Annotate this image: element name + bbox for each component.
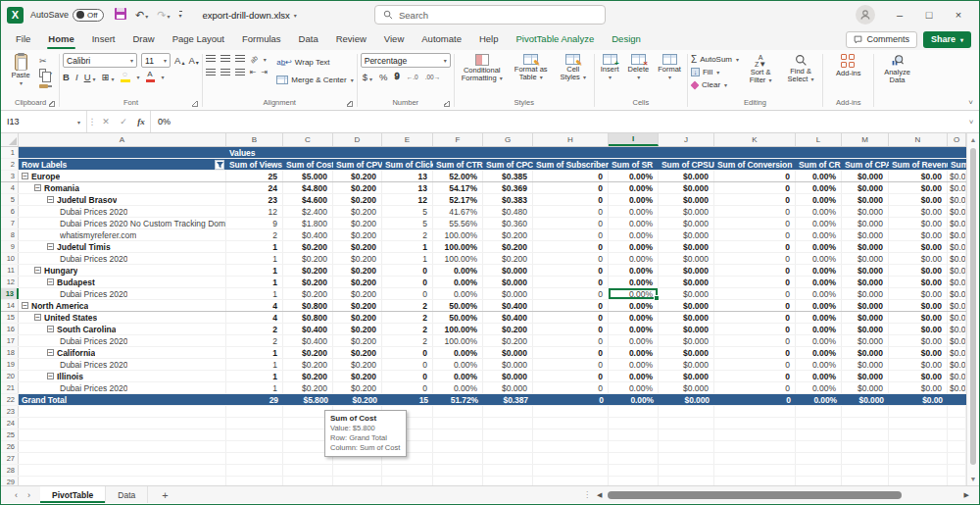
collapse-icon[interactable]: − <box>22 302 28 309</box>
grid-cell[interactable]: $0.000 <box>659 194 714 205</box>
pivot-row-label[interactable]: −Romania <box>19 182 226 193</box>
grid-cell[interactable]: $0.200 <box>333 218 382 228</box>
grid-cell[interactable]: $0.200 <box>333 171 382 181</box>
grid-cell[interactable]: 0 <box>533 288 609 299</box>
pivot-row-label[interactable]: Dubai Prices 2020 <box>19 288 226 299</box>
grid-cell[interactable]: 0.00% <box>433 371 483 381</box>
grid-cell[interactable]: $0.200 <box>333 347 382 358</box>
grid-cell[interactable]: 0 <box>714 182 796 193</box>
grid-cell[interactable]: $0.400 <box>283 335 333 346</box>
row-header-21[interactable]: 21 <box>1 382 19 393</box>
grid-cell[interactable]: 23 <box>226 194 283 205</box>
font-size-select[interactable]: 11▾ <box>141 53 171 68</box>
grid-cell[interactable]: 0.00% <box>796 394 842 405</box>
grid-cell[interactable]: 1 <box>226 359 283 370</box>
pivot-row-label[interactable]: Dubai Prices 2020 No Custom Tracking Dom… <box>19 218 226 228</box>
pivot-row-label[interactable]: −Judetul Timis <box>19 241 226 252</box>
grid-cell[interactable] <box>433 441 483 452</box>
grid-cell[interactable]: $0.200 <box>333 241 382 252</box>
row-header-26[interactable]: 26 <box>1 441 19 452</box>
grid-cell[interactable]: 5 <box>382 218 433 228</box>
grid-cell[interactable]: 0 <box>714 265 796 276</box>
grid-cell[interactable]: 50.00% <box>433 300 483 311</box>
grid-cell[interactable]: $0.0 <box>948 171 966 181</box>
grid-cell[interactable] <box>889 406 948 417</box>
collapse-icon[interactable]: − <box>34 184 41 191</box>
grid-cell[interactable]: $0.0 <box>948 324 966 334</box>
grid-cell[interactable]: $0.00 <box>889 265 948 276</box>
grid-cell[interactable]: $0.000 <box>842 382 889 393</box>
grid-cell[interactable]: 0 <box>714 241 796 252</box>
customize-qat-button[interactable]: ▾ <box>179 11 182 19</box>
horizontal-scrollbar[interactable]: ◀ ▶ <box>597 491 979 499</box>
grid-cell[interactable] <box>714 441 796 452</box>
align-right-icon[interactable] <box>235 69 245 76</box>
grid-cell[interactable] <box>226 418 283 429</box>
grid-cell[interactable] <box>433 477 483 485</box>
account-avatar[interactable] <box>856 5 875 25</box>
grid-cell[interactable]: $2.400 <box>283 206 333 217</box>
pivot-column-header[interactable]: Sum of CR <box>796 159 842 170</box>
select-all-corner[interactable] <box>1 133 19 146</box>
vertical-scroll-track[interactable] <box>967 146 979 473</box>
grid-cell[interactable]: 2 <box>382 300 433 311</box>
grid-cell[interactable]: 0.00% <box>796 300 842 311</box>
pivot-column-header[interactable]: Sum o <box>948 159 966 170</box>
grid-cell[interactable] <box>609 477 659 485</box>
grid-cell[interactable]: 0 <box>533 347 609 358</box>
grid-cell[interactable]: 0.00% <box>433 347 483 358</box>
grid-cell[interactable]: 1 <box>226 382 283 393</box>
grid-cell[interactable]: 0.00% <box>796 288 842 299</box>
vertical-scroll-thumb[interactable] <box>970 148 976 465</box>
grid-cell[interactable]: $0.00 <box>889 218 948 228</box>
grid-cell[interactable] <box>433 453 483 464</box>
grid-cell[interactable]: $0.000 <box>659 229 714 240</box>
sheet-tab-data[interactable]: Data <box>106 486 148 503</box>
percent-style-button[interactable]: % <box>379 72 387 82</box>
grid-cell[interactable]: 0.00% <box>609 229 659 240</box>
grid-cell[interactable] <box>483 453 533 464</box>
grid-cell[interactable]: $0.000 <box>659 253 714 264</box>
insert-function-icon[interactable]: fx <box>132 111 150 132</box>
grid-cell[interactable]: $0.0 <box>948 359 966 370</box>
grid-cell[interactable]: $0.0 <box>948 312 966 323</box>
font-name-select[interactable]: Calibri▾ <box>63 53 137 68</box>
grid-cell[interactable]: 0.00% <box>609 206 659 217</box>
pivot-column-header[interactable]: Row Labels <box>19 159 226 170</box>
grid-cell[interactable]: 0.00% <box>796 312 842 323</box>
grid-cell[interactable]: 0.00% <box>796 277 842 287</box>
pivot-row-label[interactable]: Dubai Prices 2020 <box>19 335 226 346</box>
row-header-10[interactable]: 10 <box>1 253 19 264</box>
grid-cell[interactable]: 1 <box>226 241 283 252</box>
grid-cell[interactable]: 0 <box>533 253 609 264</box>
grid-cell[interactable] <box>659 418 714 429</box>
grid-cell[interactable]: 0.00% <box>609 171 659 181</box>
grid-cell[interactable]: $4.800 <box>283 182 333 193</box>
grid-cell[interactable]: 2 <box>382 312 433 323</box>
grid-cell[interactable]: $0.200 <box>333 229 382 240</box>
row-header-24[interactable]: 24 <box>1 418 19 429</box>
grid-cell[interactable]: 0 <box>533 277 609 287</box>
collapse-icon[interactable]: − <box>47 196 54 203</box>
redo-button[interactable]: ↷▾ <box>157 9 170 22</box>
pivot-row-label[interactable]: Dubai Prices 2020 <box>19 359 226 370</box>
addins-button[interactable]: Add-ins <box>833 53 863 78</box>
grid-cell[interactable]: 100.00% <box>433 335 483 346</box>
menu-tab-automate[interactable]: Automate <box>413 29 470 49</box>
align-left-icon[interactable] <box>206 69 216 76</box>
grid-cell[interactable]: $0.000 <box>659 324 714 334</box>
grid-cell[interactable] <box>609 406 659 417</box>
grid-cell[interactable]: 0 <box>382 347 433 358</box>
grid-cell[interactable]: $0.200 <box>333 371 382 381</box>
grid-cell[interactable] <box>659 453 714 464</box>
pivot-row-label[interactable]: −South Carolina <box>19 324 226 334</box>
grid-cell[interactable] <box>659 406 714 417</box>
grid-cell[interactable]: 0 <box>714 300 796 311</box>
row-labels-filter-icon[interactable] <box>215 160 224 170</box>
grid-cell[interactable]: 1 <box>226 265 283 276</box>
grid-cell[interactable]: 0 <box>714 335 796 346</box>
grid-cell[interactable]: $0.200 <box>333 324 382 334</box>
row-header-2[interactable]: 2 <box>1 159 19 170</box>
grid-cell[interactable]: 0 <box>533 324 609 334</box>
grid-cell[interactable]: 0 <box>714 229 796 240</box>
